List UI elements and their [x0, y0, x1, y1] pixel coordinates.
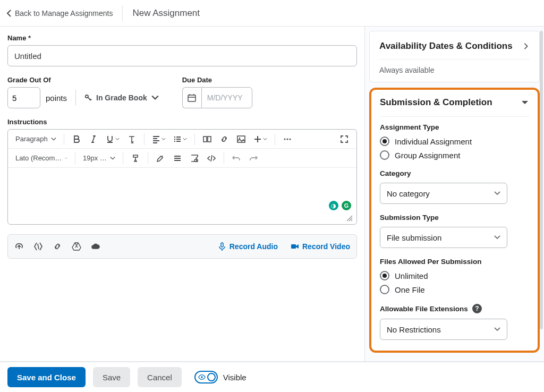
- editor-content-area[interactable]: ◑ G: [8, 168, 356, 214]
- file-extensions-label: Allowable File Extensions ?: [380, 304, 529, 313]
- quicklink-icon[interactable]: [33, 242, 43, 251]
- paragraph-style-dropdown[interactable]: Paragraph: [12, 135, 60, 143]
- cancel-button[interactable]: Cancel: [138, 367, 182, 387]
- align-button[interactable]: [149, 132, 169, 147]
- back-label: Back to Manage Assignments: [15, 9, 113, 18]
- format-painter-button[interactable]: [128, 151, 143, 166]
- highlight-button[interactable]: [152, 151, 168, 166]
- submission-type-label: Submission Type: [380, 214, 529, 221]
- svg-rect-5: [203, 137, 207, 142]
- more-button[interactable]: [279, 132, 295, 147]
- instructions-label: Instructions: [7, 118, 357, 126]
- svg-point-8: [239, 137, 240, 138]
- insert-stuff-button[interactable]: [199, 132, 215, 147]
- grammarly-badge-icon[interactable]: G: [342, 201, 351, 210]
- chevron-down-icon: [151, 94, 159, 101]
- image-button[interactable]: [233, 132, 249, 147]
- bottom-bar: Save and Close Save Cancel Visible: [0, 361, 544, 392]
- underline-button[interactable]: [103, 132, 123, 147]
- font-family-dropdown[interactable]: Lato (Recom…: [12, 154, 71, 162]
- calendar-icon-button[interactable]: [182, 87, 201, 108]
- link-attach-icon[interactable]: [53, 242, 62, 251]
- chevron-left-icon: [6, 10, 12, 17]
- font-size-dropdown[interactable]: 19px …: [80, 154, 118, 162]
- chevron-down-icon: [521, 99, 529, 106]
- list-button[interactable]: [170, 132, 190, 147]
- submission-type-select[interactable]: File submission: [380, 227, 507, 248]
- plus-button[interactable]: [250, 132, 270, 147]
- editor-toolbar-row-2: Lato (Recom… 19px …: [8, 149, 356, 168]
- chevron-down-icon: [263, 137, 267, 141]
- availability-panel-toggle[interactable]: Availability Dates & Conditions: [379, 41, 530, 52]
- category-label: Category: [380, 169, 529, 177]
- radio-icon: [380, 285, 389, 294]
- svg-point-16: [201, 376, 203, 378]
- radio-unlimited-files[interactable]: Unlimited: [380, 271, 529, 280]
- svg-rect-14: [221, 243, 223, 247]
- attachments-panel: Record Audio Record Video: [7, 234, 357, 259]
- onedrive-icon[interactable]: [91, 242, 100, 251]
- svg-point-12: [162, 156, 163, 157]
- back-link[interactable]: Back to Manage Assignments: [6, 5, 123, 21]
- name-input[interactable]: [7, 45, 357, 66]
- help-icon[interactable]: ?: [472, 304, 482, 313]
- undo-button[interactable]: [228, 151, 244, 166]
- assignment-type-label: Assignment Type: [380, 116, 529, 131]
- svg-point-11: [289, 138, 291, 140]
- submission-panel-toggle[interactable]: Submission & Completion: [380, 97, 529, 108]
- due-date-input[interactable]: [201, 87, 252, 108]
- main-column: Name * Grade Out Of points In Grade Book: [0, 27, 364, 361]
- eye-icon: [198, 373, 206, 381]
- save-and-close-button[interactable]: Save and Close: [7, 367, 86, 387]
- svg-rect-1: [188, 95, 196, 101]
- due-date-label: Due Date: [182, 76, 252, 84]
- visibility-toggle[interactable]: [194, 371, 218, 384]
- redo-button[interactable]: [245, 151, 261, 166]
- availability-panel: Availability Dates & Conditions Always a…: [369, 31, 540, 82]
- accessibility-check-button[interactable]: [186, 151, 202, 166]
- save-button[interactable]: Save: [93, 367, 130, 387]
- editor-toolbar-row-1: Paragraph: [8, 130, 356, 149]
- calendar-icon: [188, 93, 196, 102]
- record-audio-button[interactable]: Record Audio: [218, 242, 278, 251]
- top-bar: Back to Manage Assignments New Assignmen…: [0, 0, 544, 27]
- points-text: points: [46, 93, 67, 103]
- bold-button[interactable]: [69, 132, 84, 147]
- chevron-down-icon: [110, 156, 115, 161]
- link-button[interactable]: [216, 132, 232, 147]
- microphone-icon: [218, 242, 226, 251]
- radio-icon: [380, 137, 389, 146]
- chevron-right-icon: [522, 42, 530, 50]
- submission-panel: Submission & Completion Assignment Type …: [369, 88, 540, 353]
- upload-icon[interactable]: [14, 242, 24, 251]
- chevron-down-icon: [494, 234, 500, 241]
- assistant-badge-icon[interactable]: ◑: [329, 201, 338, 210]
- radio-individual-assignment[interactable]: Individual Assignment: [380, 137, 529, 146]
- radio-icon: [380, 150, 389, 160]
- svg-point-2: [174, 136, 175, 137]
- resize-handle-icon[interactable]: [346, 215, 353, 222]
- side-column: Availability Dates & Conditions Always a…: [364, 27, 544, 361]
- grade-points-input[interactable]: [7, 87, 40, 108]
- file-extensions-select[interactable]: No Restrictions: [380, 319, 507, 340]
- record-video-button[interactable]: Record Video: [291, 242, 350, 251]
- radio-one-file[interactable]: One File: [380, 285, 529, 294]
- google-drive-icon[interactable]: [72, 242, 81, 251]
- chevron-down-icon: [162, 137, 166, 141]
- svg-rect-6: [208, 137, 211, 142]
- grade-label: Grade Out Of: [7, 76, 159, 84]
- chevron-down-icon: [65, 156, 67, 161]
- divider: [75, 90, 76, 106]
- key-icon: [84, 94, 92, 101]
- equation-button[interactable]: [169, 151, 185, 166]
- page-title: New Assignment: [132, 8, 200, 19]
- radio-group-assignment[interactable]: Group Assignment: [380, 150, 529, 160]
- in-gradebook-dropdown[interactable]: In Grade Book: [84, 93, 159, 102]
- availability-status: Always available: [379, 59, 530, 74]
- italic-button[interactable]: [86, 132, 101, 147]
- clear-format-button[interactable]: [124, 132, 140, 147]
- fullscreen-button[interactable]: [336, 132, 352, 147]
- category-select[interactable]: No category: [380, 183, 507, 204]
- svg-point-3: [174, 138, 175, 139]
- source-code-button[interactable]: [203, 151, 219, 166]
